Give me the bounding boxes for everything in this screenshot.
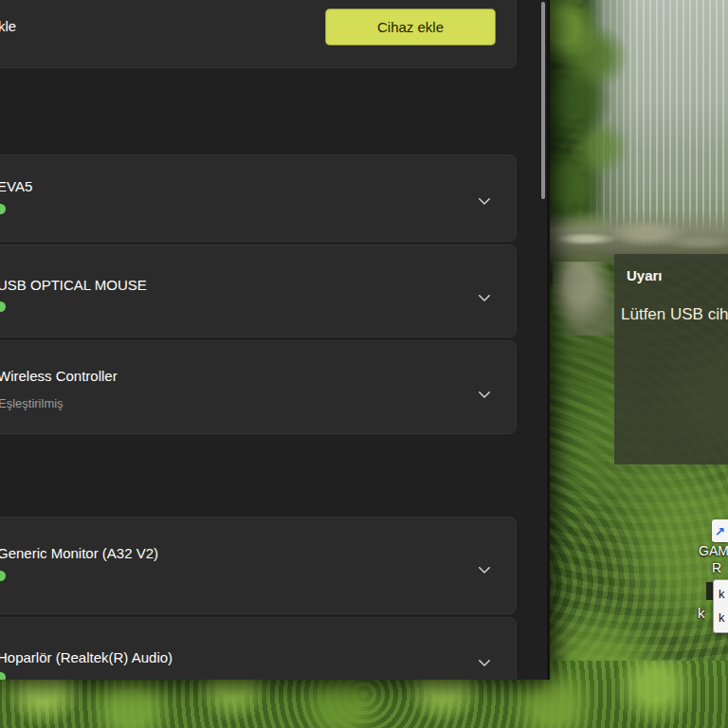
tooltip-line: k (719, 582, 728, 606)
chevron-down-icon[interactable] (476, 386, 493, 403)
device-row-speakers[interactable]: Hoparlör (Realtek(R) Audio) (0, 617, 517, 680)
desktop-icon-label-line1[interactable]: GAM (699, 543, 728, 558)
device-row-wireless-controller[interactable]: Wireless Controller Eşleştirilmiş (0, 340, 517, 434)
desktop-icon-label-line2[interactable]: R (712, 560, 721, 575)
add-device-button[interactable]: Cihaz ekle (325, 9, 496, 46)
device-name: EVA5 (0, 178, 32, 194)
chevron-down-icon[interactable] (476, 654, 493, 671)
chevron-down-icon[interactable] (476, 561, 493, 578)
desktop-tooltip: k k (713, 579, 728, 633)
chevron-down-icon[interactable] (476, 289, 493, 306)
device-status-text: Eşleştirilmiş (0, 396, 64, 410)
settings-window: kle Cihaz ekle EVA5 USB OPTICAL MOUSE Wi… (0, 0, 550, 680)
usb-warning-popup: Uyarı Lütfen USB cih (614, 254, 728, 464)
tooltip-line: k (719, 606, 728, 629)
device-name: Wireless Controller (0, 368, 118, 384)
warning-title: Uyarı (627, 267, 663, 283)
device-name: Hoparlör (Realtek(R) Audio) (0, 649, 173, 665)
device-row-generic-monitor[interactable]: Generic Monitor (A32 V2) (0, 517, 517, 614)
device-row-eva5[interactable]: EVA5 (0, 155, 517, 242)
status-dot (0, 301, 6, 312)
scrollbar-thumb[interactable] (541, 2, 545, 199)
warning-message: Lütfen USB cih (621, 305, 728, 324)
toolbar-truncated-label: kle (0, 18, 16, 34)
status-dot (0, 571, 6, 581)
desktop-shortcut-icon[interactable]: ↗ (712, 519, 728, 542)
device-row-usb-mouse[interactable]: USB OPTICAL MOUSE (0, 245, 517, 337)
desktop-icon-partial-label[interactable]: k (698, 605, 705, 621)
wallpaper-rocks-lower (553, 262, 617, 336)
status-dot (0, 672, 6, 680)
device-name: Generic Monitor (A32 V2) (0, 545, 158, 561)
device-name: USB OPTICAL MOUSE (0, 277, 147, 293)
status-dot (0, 204, 6, 214)
add-device-toolbar: kle Cihaz ekle (0, 0, 517, 68)
shortcut-arrow-icon: ↗ (715, 524, 725, 538)
chevron-down-icon[interactable] (476, 192, 493, 209)
